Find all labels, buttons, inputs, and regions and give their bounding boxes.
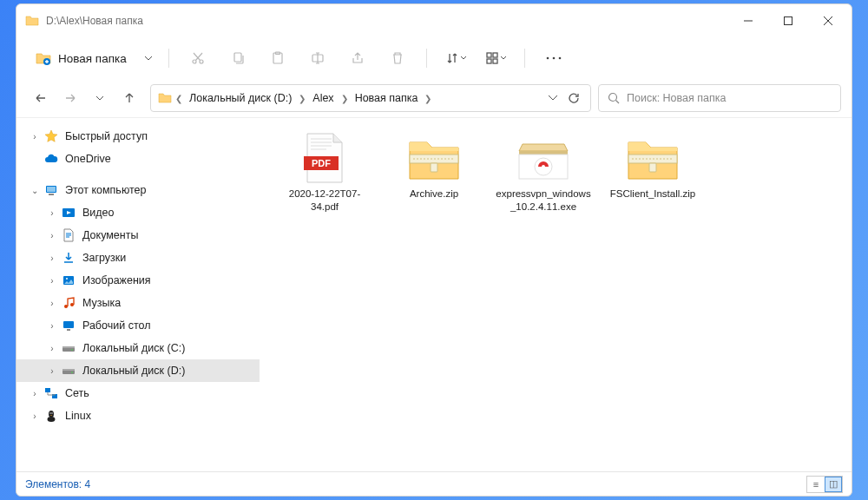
expand-toggle[interactable]: › [46, 276, 58, 286]
expand-toggle[interactable]: › [46, 231, 58, 240]
titlebar[interactable]: D:\Alex\Новая папка [16, 4, 852, 37]
expand-toggle[interactable]: › [46, 366, 58, 376]
svg-rect-14 [493, 59, 497, 63]
file-name: Archive.zip [410, 188, 458, 201]
chevron-right-icon[interactable]: ❯ [341, 94, 348, 103]
sidebar-item-label: Загрузки [82, 252, 126, 264]
body: ›Быстрый доступOneDrive⌄Этот компьютер›В… [16, 117, 852, 471]
search-input[interactable]: Поиск: Новая папка [598, 84, 841, 112]
sidebar-item-label: OneDrive [65, 153, 111, 165]
sidebar-item[interactable]: ›Linux [16, 405, 260, 427]
sidebar-item[interactable]: ›Документы [16, 224, 260, 247]
sidebar-item-label: Этот компьютер [65, 184, 146, 196]
svg-point-38 [49, 411, 54, 418]
expand-toggle[interactable]: › [46, 344, 58, 353]
new-dropdown[interactable] [139, 43, 158, 73]
zip-file-icon [625, 132, 681, 184]
svg-point-16 [552, 57, 555, 60]
star-icon [44, 129, 58, 143]
sidebar-item[interactable]: ›Рабочий стол [16, 314, 260, 337]
breadcrumb-segment[interactable]: Локальный диск (D:) [186, 92, 295, 104]
cut-button[interactable] [180, 43, 216, 73]
sidebar-item-label: Документы [82, 229, 138, 241]
sidebar-item[interactable]: ›Изображения [16, 269, 260, 292]
expand-toggle[interactable]: › [46, 321, 58, 331]
sort-button[interactable] [437, 43, 474, 73]
svg-line-19 [616, 101, 620, 104]
file-item[interactable]: expressvpn_windows_10.2.4.11.exe [496, 132, 591, 214]
svg-rect-22 [49, 194, 54, 195]
minimize-button[interactable] [728, 4, 768, 37]
exe-file-icon [516, 132, 571, 184]
sidebar-item[interactable]: ›Видео [16, 201, 260, 224]
sidebar-item[interactable]: ›Быстрый доступ [16, 125, 260, 148]
details-view-button[interactable]: ≡ [807, 477, 825, 492]
address-bar[interactable]: ❮ Локальный диск (D:) ❯ Alex ❯ Новая пап… [150, 84, 591, 112]
pc-icon [44, 183, 58, 197]
chevron-right-icon[interactable]: ❯ [424, 94, 431, 103]
file-item[interactable]: FSClient_Install.zip [605, 132, 700, 214]
svg-point-18 [609, 94, 617, 102]
dl-icon [62, 251, 76, 265]
share-button[interactable] [339, 43, 376, 73]
icons-view-button[interactable]: ◫ [825, 477, 842, 492]
svg-point-5 [193, 60, 196, 63]
delete-button[interactable] [379, 43, 416, 73]
rename-button[interactable] [299, 43, 336, 73]
sidebar-item[interactable]: ›Загрузки [16, 247, 260, 269]
sidebar-item[interactable]: ›Локальный диск (C:) [16, 337, 260, 359]
expand-toggle[interactable]: › [29, 132, 41, 141]
file-item[interactable]: Archive.zip [386, 132, 482, 214]
svg-text:PDF: PDF [312, 158, 331, 168]
sidebar-item[interactable]: ⌄Этот компьютер [16, 179, 260, 201]
paste-button[interactable] [260, 43, 296, 73]
net-icon [44, 386, 58, 400]
refresh-button[interactable] [568, 92, 580, 104]
back-button[interactable] [27, 84, 55, 112]
svg-point-41 [51, 412, 52, 413]
navigation-pane[interactable]: ›Быстрый доступOneDrive⌄Этот компьютер›В… [16, 118, 260, 471]
recent-dropdown[interactable] [86, 84, 114, 112]
sidebar-item-label: Быстрый доступ [65, 130, 148, 142]
svg-rect-13 [487, 59, 491, 63]
expand-toggle[interactable]: › [46, 208, 58, 218]
file-item[interactable]: PDF2020-12-22T07-34.pdf [277, 132, 372, 214]
chevron-right-icon[interactable]: ❮ [175, 94, 182, 103]
sidebar-item-label: Музыка [82, 297, 121, 309]
chevron-right-icon[interactable]: ❯ [299, 94, 306, 103]
separator [524, 49, 525, 68]
copy-button[interactable] [220, 43, 256, 73]
expand-toggle[interactable]: › [46, 253, 58, 263]
svg-point-32 [71, 349, 73, 351]
breadcrumb-segment[interactable]: Новая папка [352, 92, 422, 104]
expand-toggle[interactable]: ⌄ [29, 186, 41, 195]
expand-toggle[interactable]: › [46, 299, 58, 308]
expand-toggle[interactable]: › [29, 389, 41, 398]
sidebar-item[interactable]: ›Музыка [16, 292, 260, 314]
svg-rect-36 [45, 388, 50, 392]
sidebar-item-label: Рабочий стол [82, 319, 150, 332]
pdf-file-icon: PDF [297, 132, 352, 184]
folder-icon [25, 14, 39, 28]
forward-button[interactable] [56, 84, 84, 112]
breadcrumb-segment[interactable]: Alex [309, 92, 337, 104]
new-folder-button[interactable]: Новая папка [27, 43, 135, 73]
sidebar-item[interactable]: OneDrive [16, 148, 260, 170]
file-name: FSClient_Install.zip [610, 188, 695, 201]
chevron-down-icon[interactable] [549, 95, 557, 101]
close-button[interactable] [808, 4, 848, 37]
file-list[interactable]: PDF2020-12-22T07-34.pdfArchive.zipexpres… [260, 118, 852, 471]
expand-toggle[interactable]: › [29, 411, 41, 421]
sidebar-item[interactable]: ›Сеть [16, 382, 260, 405]
sidebar-item[interactable]: ›Локальный диск (D:) [16, 359, 260, 382]
up-button[interactable] [115, 84, 143, 112]
more-button[interactable] [536, 43, 572, 73]
music-icon [62, 296, 76, 310]
toolbar: Новая папка [16, 37, 852, 79]
svg-rect-49 [649, 163, 656, 172]
img-icon [62, 273, 76, 287]
drive-icon [62, 341, 76, 355]
maximize-button[interactable] [768, 4, 808, 37]
svg-rect-34 [62, 369, 75, 371]
view-button[interactable] [477, 43, 514, 73]
